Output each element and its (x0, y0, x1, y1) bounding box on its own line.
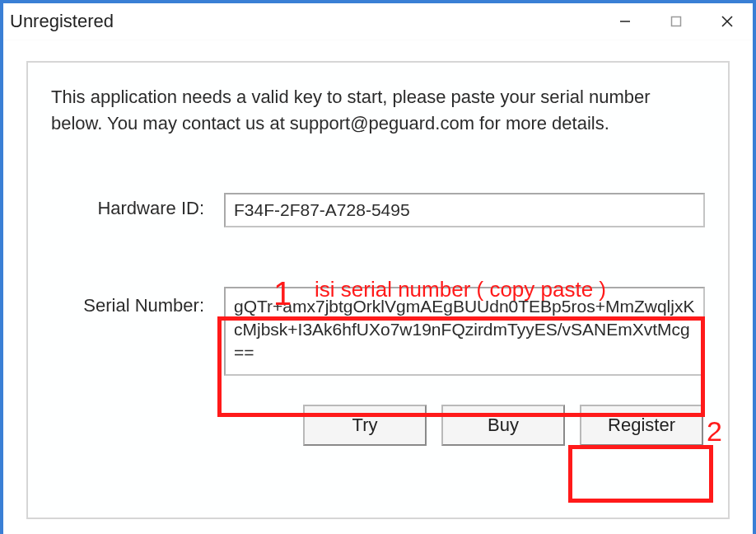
close-button[interactable] (702, 3, 753, 40)
instructions-text: This application needs a valid key to st… (51, 84, 705, 137)
hardware-id-row: Hardware ID: (51, 193, 705, 227)
titlebar: Unregistered (3, 3, 753, 40)
hardware-id-field-wrap (224, 193, 705, 227)
hardware-id-label: Hardware ID: (51, 193, 224, 219)
registration-panel: This application needs a valid key to st… (26, 61, 730, 519)
close-icon (720, 14, 735, 29)
application-window: Unregistered This application needs a va… (0, 0, 756, 534)
svg-rect-1 (672, 17, 681, 26)
try-button[interactable]: Try (303, 405, 427, 446)
serial-number-label: Serial Number: (51, 287, 224, 316)
minimize-button[interactable] (600, 3, 651, 40)
maximize-button[interactable] (651, 3, 702, 40)
button-row: Try Buy Register (51, 405, 705, 446)
serial-number-row: Serial Number: gQTr+amx7jbtgOrklVgmAEgBU… (51, 287, 705, 380)
register-button[interactable]: Register (580, 405, 703, 446)
serial-number-input[interactable]: gQTr+amx7jbtgOrklVgmAEgBUUdn0TEBp5ros+Mm… (224, 287, 705, 376)
hardware-id-input[interactable] (224, 193, 705, 227)
serial-number-field-wrap: gQTr+amx7jbtgOrklVgmAEgBUUdn0TEBp5ros+Mm… (224, 287, 705, 380)
minimize-icon (618, 15, 632, 28)
maximize-icon (670, 15, 683, 28)
window-title: Unregistered (3, 11, 114, 32)
buy-button[interactable]: Buy (441, 405, 565, 446)
